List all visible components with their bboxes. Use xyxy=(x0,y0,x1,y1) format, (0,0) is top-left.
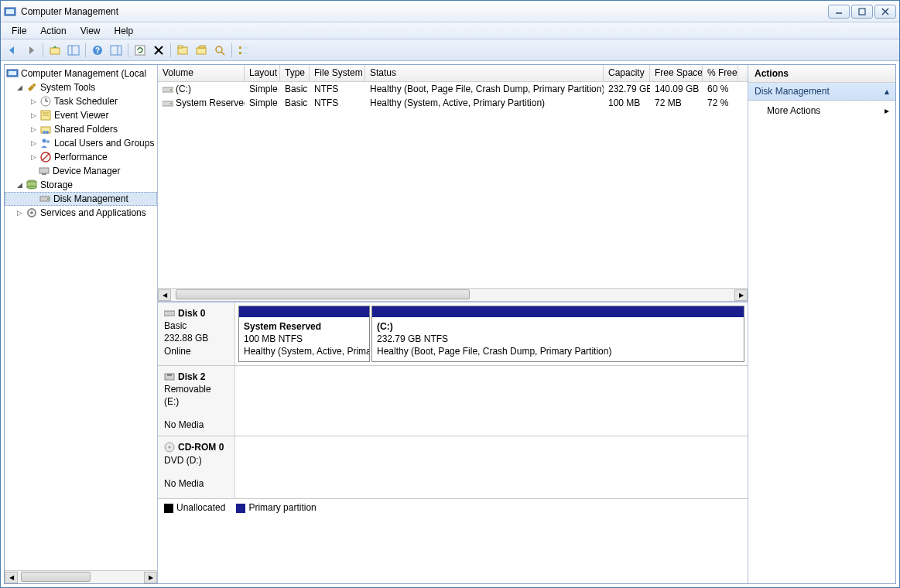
legend: Unallocated Primary partition xyxy=(158,498,748,515)
disk-0-block[interactable]: Disk 0 Basic 232.88 GB Online System Res… xyxy=(158,303,748,366)
back-button[interactable] xyxy=(4,42,21,59)
menu-action[interactable]: Action xyxy=(34,24,72,38)
tree-root[interactable]: Computer Management (Local xyxy=(5,67,157,80)
col-capacity[interactable]: Capacity xyxy=(604,65,650,81)
col-pctfree[interactable]: % Free xyxy=(703,65,738,81)
list-button[interactable] xyxy=(235,42,252,59)
col-type[interactable]: Type xyxy=(280,65,310,81)
tree-label: Shared Folders xyxy=(54,124,118,135)
drive-icon xyxy=(163,85,173,94)
scroll-right-button[interactable]: ▶ xyxy=(734,289,748,301)
show-hide-action-button[interactable] xyxy=(108,42,125,59)
delete-button[interactable] xyxy=(150,42,167,59)
svg-point-35 xyxy=(43,131,46,134)
actions-more-actions[interactable]: More Actions ▸ xyxy=(748,101,895,121)
disk-graphical-view: Disk 0 Basic 232.88 GB Online System Res… xyxy=(158,301,748,515)
svg-point-58 xyxy=(169,446,171,449)
open-button[interactable] xyxy=(193,42,210,59)
scroll-left-button[interactable]: ◀ xyxy=(5,572,18,583)
tree-disk-management[interactable]: Disk Management xyxy=(5,192,157,206)
search-button[interactable] xyxy=(211,42,228,59)
tree-storage[interactable]: ◢ Storage xyxy=(5,178,157,192)
tree-label: Computer Management (Local xyxy=(21,68,146,79)
forward-button[interactable] xyxy=(22,42,39,59)
tree-task-scheduler[interactable]: ▷ Task Scheduler xyxy=(5,94,157,108)
volume-name: (C:) xyxy=(176,84,191,94)
scroll-thumb[interactable] xyxy=(176,289,470,299)
volume-free: 72 MB xyxy=(650,97,703,109)
menu-file[interactable]: File xyxy=(5,24,33,38)
partition-system-reserved[interactable]: System Reserved 100 MB NTFS Healthy (Sys… xyxy=(238,306,370,362)
expand-icon[interactable]: ▷ xyxy=(29,125,38,134)
disk-name: CD-ROM 0 xyxy=(178,441,224,453)
actions-header: Actions xyxy=(748,65,895,83)
tree-system-tools[interactable]: ◢ System Tools xyxy=(5,80,157,94)
show-hide-tree-button[interactable] xyxy=(65,42,82,59)
scroll-right-button[interactable]: ▶ xyxy=(144,572,157,583)
tree-scrollbar[interactable]: ◀ ▶ xyxy=(5,570,157,583)
swatch-primary xyxy=(236,504,245,513)
partition-c[interactable]: (C:) 232.79 GB NTFS Healthy (Boot, Page … xyxy=(371,306,744,362)
volume-name: System Reserved xyxy=(176,97,245,108)
collapse-icon[interactable]: ◢ xyxy=(15,84,24,92)
cdrom-0-block[interactable]: CD-ROM 0 DVD (D:) No Media xyxy=(158,436,748,498)
toolbar-separator xyxy=(85,43,86,57)
disk-2-partitions xyxy=(235,366,748,436)
col-freespace[interactable]: Free Space xyxy=(650,65,703,81)
scroll-track[interactable] xyxy=(18,572,144,583)
tree-device-manager[interactable]: Device Manager xyxy=(5,164,157,178)
menu-help[interactable]: Help xyxy=(108,24,140,38)
col-layout[interactable]: Layout xyxy=(245,65,280,81)
up-button[interactable] xyxy=(46,42,63,59)
close-button[interactable] xyxy=(874,5,896,19)
disk-type: Basic xyxy=(164,320,228,332)
actions-section-disk-management[interactable]: Disk Management ▴ xyxy=(748,83,895,101)
svg-rect-41 xyxy=(39,168,49,173)
tree-event-viewer[interactable]: ▷ Event Viewer xyxy=(5,108,157,122)
volume-row[interactable]: (C:) Simple Basic NTFS Healthy (Boot, Pa… xyxy=(158,82,748,96)
disk-type: Removable (E:) xyxy=(164,383,228,408)
volume-row[interactable]: System Reserved Simple Basic NTFS Health… xyxy=(158,96,748,110)
navigation-tree[interactable]: Computer Management (Local ◢ System Tool… xyxy=(5,65,157,570)
tree-shared-folders[interactable]: ▷ Shared Folders xyxy=(5,122,157,136)
tree-local-users[interactable]: ▷ Local Users and Groups xyxy=(5,136,157,150)
minimize-button[interactable] xyxy=(828,5,850,19)
collapse-icon[interactable]: ◢ xyxy=(15,181,24,190)
tree-performance[interactable]: ▷ Performance xyxy=(5,150,157,164)
volume-scrollbar[interactable]: ◀ ▶ xyxy=(158,288,748,301)
svg-rect-17 xyxy=(178,46,183,48)
disk-icon xyxy=(164,309,175,318)
disk-2-label: Disk 2 Removable (E:) No Media xyxy=(158,366,235,436)
toolbar-separator xyxy=(43,43,43,57)
tree-label: System Tools xyxy=(40,82,95,93)
svg-rect-22 xyxy=(239,52,241,54)
tree-services-apps[interactable]: ▷ Services and Applications xyxy=(5,206,157,220)
help-button[interactable]: ? xyxy=(89,42,106,59)
menu-view[interactable]: View xyxy=(74,24,107,38)
menubar: File Action View Help xyxy=(1,22,899,39)
cdrom-0-label: CD-ROM 0 DVD (D:) No Media xyxy=(158,436,235,498)
computer-icon xyxy=(6,67,19,80)
expand-icon[interactable]: ▷ xyxy=(15,209,24,217)
computer-management-window: Computer Management File Action View Hel… xyxy=(0,0,900,588)
svg-point-49 xyxy=(30,211,33,214)
scroll-left-button[interactable]: ◀ xyxy=(158,289,171,301)
actions-item-label: More Actions xyxy=(767,105,820,116)
col-status[interactable]: Status xyxy=(365,65,604,81)
expand-icon[interactable]: ▷ xyxy=(29,97,38,106)
properties-button[interactable] xyxy=(174,42,191,59)
disk-2-block[interactable]: Disk 2 Removable (E:) No Media xyxy=(158,366,748,437)
refresh-button[interactable] xyxy=(132,42,149,59)
column-headers: Volume Layout Type File System Status Ca… xyxy=(158,65,748,82)
svg-rect-26 xyxy=(9,71,16,75)
scroll-thumb[interactable] xyxy=(21,572,91,582)
col-volume[interactable]: Volume xyxy=(158,65,245,81)
users-icon xyxy=(39,137,52,149)
expand-icon[interactable]: ▷ xyxy=(29,111,38,120)
svg-text:?: ? xyxy=(95,46,100,55)
expand-icon[interactable]: ▷ xyxy=(29,153,38,162)
expand-icon[interactable]: ▷ xyxy=(29,139,38,148)
maximize-button[interactable] xyxy=(851,5,873,19)
scroll-track[interactable] xyxy=(171,289,734,301)
col-filesystem[interactable]: File System xyxy=(310,65,365,81)
